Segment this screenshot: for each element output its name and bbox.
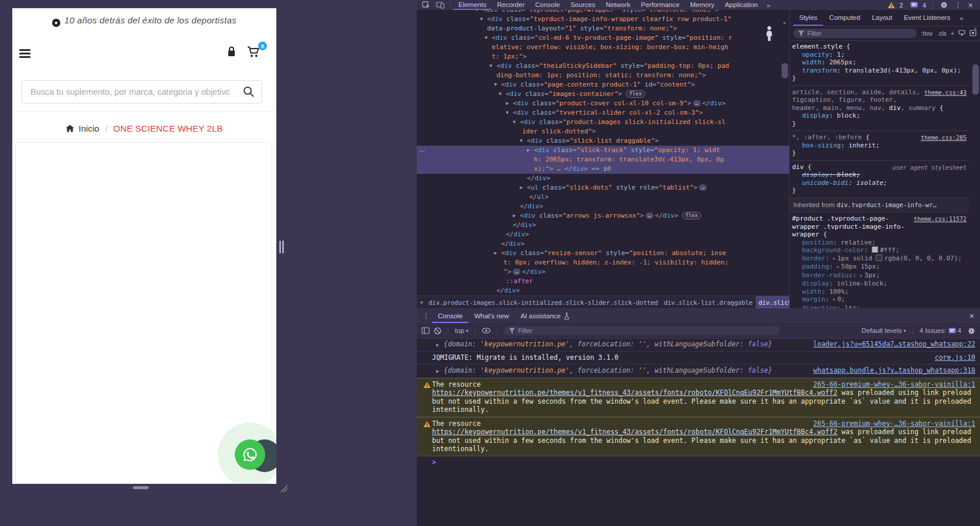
console-sidebar-icon[interactable] <box>422 327 430 334</box>
css-property[interactable]: border: ▶1px solid rgba(0, 0, 0, 0.07); <box>792 255 968 263</box>
expand-object-icon[interactable]: ▶ <box>436 341 439 350</box>
elements-scrollbar-thumb[interactable] <box>782 63 788 78</box>
devtools-close-icon[interactable]: × <box>966 1 975 9</box>
tab-elements[interactable]: Elements <box>453 0 492 10</box>
account-lock-icon[interactable] <box>227 46 237 60</box>
console-context-selector[interactable]: top▾ <box>455 327 468 334</box>
node-crumb[interactable]: div.slick-track <box>756 296 789 309</box>
dom-tree-row[interactable]: ▼<div class="theiaStickySidebar" style="… <box>417 61 789 71</box>
dom-tree-row[interactable]: </div> <box>417 230 789 239</box>
dom-tree-row[interactable]: </ul> <box>417 192 789 202</box>
dom-tree-row[interactable]: </div> <box>417 202 789 211</box>
source-link[interactable]: theme.css:285 <box>921 134 967 142</box>
expand-object-icon[interactable]: ▶ <box>436 367 439 376</box>
breadcrumb-home-link[interactable]: Inicio <box>66 123 99 133</box>
console-message[interactable]: 265-66-premium-whey-…36-sabor-vainilla:1… <box>417 378 980 417</box>
issues-icon[interactable] <box>910 2 918 8</box>
warnings-icon[interactable] <box>888 2 895 9</box>
dom-tree-row[interactable]: </div> <box>417 286 789 295</box>
css-property[interactable]: position: relative; <box>792 239 968 247</box>
node-crumb[interactable]: div.product-images.slick-initialized.sli… <box>426 296 661 309</box>
dom-tree-row[interactable]: ▼<div class="images-container">flex <box>417 90 789 99</box>
dom-tree-row[interactable]: x);">…</div> == $0 <box>417 164 789 174</box>
inspect-element-icon[interactable] <box>422 1 430 9</box>
tab-memory[interactable]: Memory <box>685 0 720 10</box>
tab-computed[interactable]: Computed <box>823 10 866 26</box>
corner-resize-grip[interactable] <box>279 484 288 495</box>
tab-ai-assistance[interactable]: AI assistance <box>515 309 575 323</box>
console-message[interactable]: loader.js?u=65145da7…stashop_whatsapp:22… <box>417 338 980 352</box>
styles-filter-input[interactable]: Filter <box>793 29 917 38</box>
console-filter-input[interactable]: Filter <box>504 326 780 335</box>
drawer-close-icon[interactable]: × <box>967 312 976 320</box>
tab-console[interactable]: Console <box>530 0 565 10</box>
tab-recorder[interactable]: Recorder <box>492 0 530 10</box>
styles-more-tabs-button[interactable]: » <box>956 15 967 22</box>
css-property[interactable]: width: 100%; <box>792 288 968 296</box>
expand-shorthand-icon[interactable]: ▶ <box>833 297 835 302</box>
dom-tree-row[interactable]: ▼<div class="col-md-6 tv-product-page-im… <box>417 33 789 43</box>
dom-tree-row[interactable]: </div> <box>417 239 789 249</box>
dom-tree-row[interactable]: ">…</div> <box>417 267 789 277</box>
console-message[interactable]: whatsapp.bundle.js?v…tashop_whatsapp:318… <box>417 365 980 378</box>
expand-shorthand-icon[interactable]: ▶ <box>833 256 835 261</box>
source-link[interactable]: 265-66-premium-whey-…36-sabor-vainilla:1 <box>813 420 975 428</box>
tab-application[interactable]: Application <box>719 0 763 10</box>
dom-tree-row[interactable]: ▼<div class="product-images slick-initia… <box>417 118 789 127</box>
settings-gear-icon[interactable] <box>940 1 948 9</box>
inherited-from-link[interactable]: div.tvprduct-image-info-wr… <box>837 201 937 208</box>
dom-tree-row[interactable]: ::after <box>417 277 789 286</box>
toggle-hov[interactable]: :hov <box>921 30 933 37</box>
dom-tree-row[interactable]: ▼<div class="slick-list draggable"> <box>417 136 789 146</box>
dom-tree-row[interactable]: ding-bottom: 1px; position: static; tran… <box>417 71 789 80</box>
bottom-resize-handle[interactable] <box>133 486 149 489</box>
drawer-menu-kebab-icon[interactable]: ⋮ <box>420 312 432 320</box>
tab-console[interactable]: Console <box>432 309 468 323</box>
source-link[interactable]: core.js:10 <box>935 353 975 362</box>
css-property[interactable]: box-sizing: inherit; <box>792 142 968 150</box>
expand-ellipsis-button[interactable]: … <box>699 184 707 191</box>
dom-tree-row[interactable]: ▶<div class="resize-sensor" style="posit… <box>417 249 789 258</box>
dom-tree-row[interactable]: ▼<div class="tvvertical-slider col-xl-2 … <box>417 108 789 118</box>
clear-console-icon[interactable] <box>434 327 441 335</box>
dom-tree-row[interactable]: ▶<ul class="slick-dots" style role="tabl… <box>417 183 789 192</box>
dom-tree-row[interactable]: ▼<div class="tvprduct-image-info-wrapper… <box>417 15 789 24</box>
resource-url-link[interactable]: https://keypowernutrition.pe/themes/v1_f… <box>432 428 837 436</box>
breadcrumb-scroll-left-icon[interactable]: ◀ <box>417 300 426 305</box>
source-link[interactable]: loader.js?u=65145da7…stashop_whatsapp:22 <box>813 340 975 349</box>
new-style-rule-button[interactable]: + <box>951 30 954 37</box>
panel-resize-handle[interactable] <box>282 240 284 253</box>
flex-badge[interactable]: flex <box>682 212 702 219</box>
scrollbar-up-arrow[interactable]: ▲ <box>973 26 978 31</box>
color-swatch[interactable] <box>872 246 878 253</box>
tab-network[interactable]: Network <box>601 0 636 10</box>
search-input[interactable] <box>29 81 231 103</box>
flex-badge[interactable]: flex <box>626 90 646 98</box>
scrollbar-up-arrow[interactable]: ▲ <box>782 20 787 25</box>
tab-sources[interactable]: Sources <box>565 0 600 10</box>
dom-tree-row[interactable]: t: 1px;"> <box>417 52 789 61</box>
css-property[interactable]: padding: ▶50px 15px; <box>792 263 968 271</box>
dom-tree-row[interactable]: t: 0px; overflow: hidden; z-index: -1; v… <box>417 258 789 267</box>
dom-tree-row[interactable]: ▶<div class="slick-track" style="opacity… <box>417 146 789 155</box>
css-property[interactable]: background-color: #fff; <box>792 246 968 255</box>
css-property[interactable]: unicode-bidi: isolate; <box>792 179 968 187</box>
source-link[interactable]: user agent stylesheet <box>893 164 967 172</box>
devtools-menu-kebab-icon[interactable]: ⋮ <box>952 1 964 9</box>
css-property[interactable]: display: inline-block; <box>792 280 968 288</box>
color-swatch[interactable] <box>876 255 882 261</box>
dom-tree-row[interactable]: elative; overflow: visible; box-sizing: … <box>417 43 789 52</box>
toggle-cls[interactable]: .cls <box>937 30 947 37</box>
log-levels-dropdown[interactable]: Default levels▾ <box>862 327 906 334</box>
dom-tree-row[interactable]: ▶<div class="product-cover col-xl-10 col… <box>417 99 789 108</box>
resource-url-link[interactable]: https://keypowernutrition.pe/themes/v1_f… <box>432 389 837 397</box>
live-expression-eye-icon[interactable] <box>482 328 491 334</box>
css-property[interactable]: display: block; <box>792 112 968 120</box>
menu-hamburger-button[interactable] <box>19 49 30 58</box>
console-prompt[interactable]: > <box>417 456 980 469</box>
dom-tree-row[interactable]: </div> <box>417 174 789 183</box>
tab-performance[interactable]: Performance <box>636 0 685 10</box>
panel-resize-handle[interactable] <box>279 240 281 253</box>
css-property[interactable]: transform: translate3d(-413px, 0px, 0px)… <box>792 67 968 75</box>
console-settings-gear-icon[interactable] <box>968 327 975 335</box>
